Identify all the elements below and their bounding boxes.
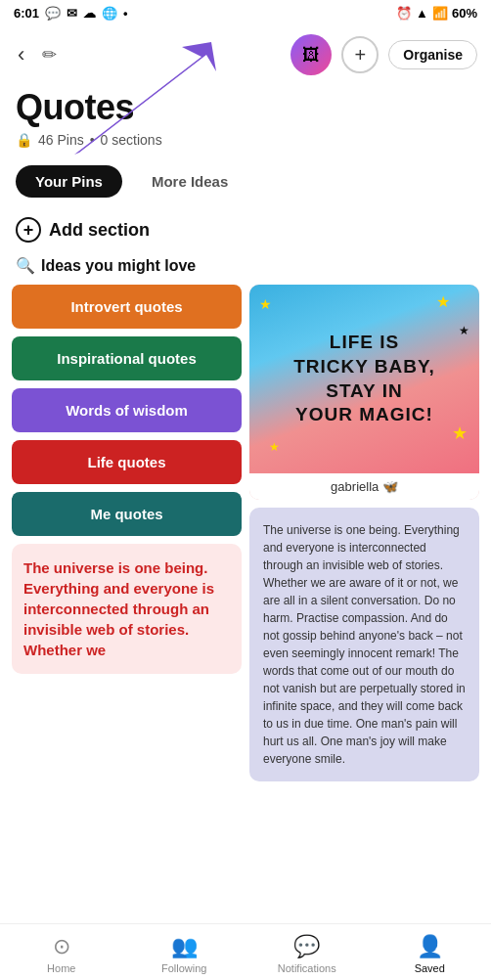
notifications-icon: 💬 [293,934,320,959]
suggestion-pill-introvert[interactable]: Introvert quotes [12,285,242,329]
battery: 60% [452,6,477,21]
nav-following-label: Following [161,962,206,974]
suggestion-pill-wisdom[interactable]: Words of wisdom [12,388,242,432]
section-count: 0 sections [101,132,162,148]
add-section-icon: + [16,217,41,243]
following-icon: 👥 [171,934,198,959]
globe-icon: 🌐 [102,6,117,21]
add-collaborator-button[interactable]: + [341,36,379,73]
bottom-nav: ⊙ Home 👥 Following 💬 Notifications 👤 Sav… [0,923,491,980]
avatar: 🖼 [290,34,332,75]
edit-button[interactable]: ✏ [38,40,61,69]
board-title: Quotes [16,87,475,128]
image-card[interactable]: ★ ★ ★ ★ ★ Life isTricky baby,Stay inyour… [249,285,479,500]
nav-saved-label: Saved [415,962,445,974]
content-grid: Introvert quotes Inspirational quotes Wo… [0,285,491,781]
board-meta: 🔒 46 Pins • 0 sections [16,132,475,148]
alarm-icon: ⏰ [396,6,412,21]
search-icon: 🔍 [16,256,35,275]
home-icon: ⊙ [53,934,70,959]
status-left: 6:01 💬 ✉ ☁ 🌐 • [14,6,128,21]
saved-icon: 👤 [417,934,443,959]
cloud-icon: ☁ [83,6,96,21]
organise-button[interactable]: Organise [388,40,477,69]
nav-notifications-label: Notifications [278,962,336,974]
right-column: ★ ★ ★ ★ ★ Life isTricky baby,Stay inyour… [249,285,479,781]
board-title-area: Quotes 🔒 46 Pins • 0 sections [0,83,491,156]
pin-count: 46 Pins [38,132,84,148]
status-bar: 6:01 💬 ✉ ☁ 🌐 • ⏰ ▲ 📶 60% [0,0,491,26]
nav-home-label: Home [47,962,75,974]
quote-text-overlay: Life isTricky baby,Stay inyour magic! [293,331,435,427]
tabs: Your Pins More Ideas [0,156,491,207]
wifi-icon: ▲ [416,6,428,21]
suggestion-pill-inspirational[interactable]: Inspirational quotes [12,336,242,380]
add-section-button[interactable]: + Add section [0,207,491,252]
ideas-label: Ideas you might love [41,257,196,275]
quote-card[interactable]: The universe is one being. Everything an… [12,544,242,674]
image-card-caption: gabriella 🦋 [249,473,479,500]
nav-home[interactable]: ⊙ Home [32,934,91,974]
nav-saved[interactable]: 👤 Saved [400,934,459,974]
header: ‹ ✏ 🖼 + Organise [0,26,491,83]
main-content: 🔍 Ideas you might love Introvert quotes … [0,252,491,869]
add-section-label: Add section [49,220,150,241]
lock-icon: 🔒 [16,132,32,148]
status-right: ⏰ ▲ 📶 60% [396,6,477,21]
suggestion-pill-life[interactable]: Life quotes [12,440,242,484]
universe-card[interactable]: The universe is one being. Everything an… [249,508,479,781]
suggestion-pill-me[interactable]: Me quotes [12,492,242,536]
mail-icon: ✉ [67,6,77,21]
ideas-heading: 🔍 Ideas you might love [0,252,491,285]
back-button[interactable]: ‹ [14,38,28,71]
image-card-inner: ★ ★ ★ ★ ★ Life isTricky baby,Stay inyour… [249,285,479,473]
whatsapp-icon: 💬 [45,6,61,21]
nav-notifications[interactable]: 💬 Notifications [278,934,336,974]
tab-your-pins[interactable]: Your Pins [16,165,122,198]
time: 6:01 [14,6,39,21]
nav-following[interactable]: 👥 Following [155,934,213,974]
dot: • [123,6,128,21]
signal-icon: 📶 [432,6,448,21]
left-column: Introvert quotes Inspirational quotes Wo… [12,285,242,781]
tab-more-ideas[interactable]: More Ideas [132,165,247,198]
